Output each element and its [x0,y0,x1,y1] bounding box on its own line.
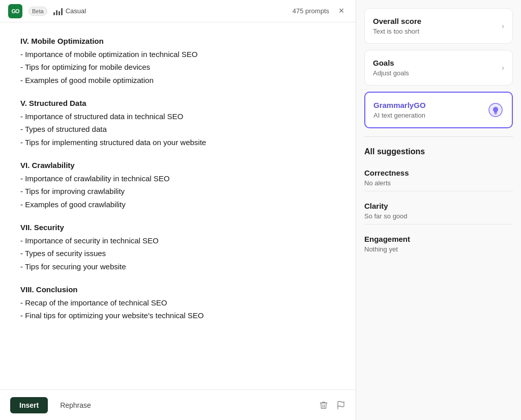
bar2 [56,10,57,15]
trash-icon [319,401,328,410]
goals-subtitle: Adjust goals [373,69,502,77]
grammarly-go-card[interactable]: GrammarlyGO AI text generation [364,92,513,128]
overall-score-chevron: › [502,22,504,30]
right-panel: Overall score Text is too short › Goals … [356,0,521,420]
clarity-value: So far so good [364,212,513,220]
section-vii-header: VII. Security [20,223,64,232]
bottom-bar: Insert Rephrase [0,389,356,420]
clarity-title: Clarity [364,202,513,210]
bar4 [61,8,63,15]
beta-badge: Beta [28,7,47,16]
tone-bars-icon [53,7,63,15]
go-logo: GO [8,4,22,18]
grammarly-go-title: GrammarlyGO [373,101,487,109]
correctness-section: Correctness No alerts [364,164,513,191]
section-vi: VI. Crawlability - Importance of crawlab… [20,159,335,211]
clarity-section: Clarity So far so good [364,198,513,225]
delete-button[interactable] [319,401,328,410]
go-logo-icon: GO [8,4,22,18]
section-viii: VIII. Conclusion - Recap of the importan… [20,283,335,322]
goals-chevron: › [502,64,504,72]
correctness-title: Correctness [364,169,513,177]
grammarly-go-subtitle: AI text generation [373,111,487,119]
bar3 [59,11,60,15]
rephrase-button[interactable]: Rephrase [54,397,97,413]
engagement-value: Nothing yet [364,245,513,253]
section-v-header: V. Structured Data [20,99,86,107]
prompts-count: 475 prompts [293,7,329,15]
close-button[interactable]: × [335,5,348,17]
content-text: IV. Mobile Optimization - Importance of … [20,35,335,322]
ai-bulb-icon [488,103,503,117]
goals-content: Goals Adjust goals [373,59,502,77]
engagement-section: Engagement Nothing yet [364,231,513,257]
insert-button[interactable]: Insert [10,397,48,413]
content-area: IV. Mobile Optimization - Importance of … [0,22,356,389]
section-vi-header: VI. Crawlability [20,161,75,170]
correctness-value: No alerts [364,179,513,187]
goals-title: Goals [373,59,502,67]
overall-score-card[interactable]: Overall score Text is too short › [364,8,513,44]
flag-button[interactable] [336,401,345,410]
bar1 [53,12,55,15]
section-v: V. Structured Data - Importance of struc… [20,97,335,149]
section-iv-header: IV. Mobile Optimization [20,37,104,45]
flag-icon [336,401,345,410]
overall-score-content: Overall score Text is too short [373,17,502,35]
section-iv: IV. Mobile Optimization - Importance of … [20,35,335,87]
ai-icon [487,102,504,118]
bottom-icons [319,401,345,410]
section-viii-header: VIII. Conclusion [20,285,78,294]
divider [364,136,513,137]
overall-score-title: Overall score [373,17,502,25]
svg-rect-3 [495,114,497,115]
tone-label: Casual [66,7,86,15]
section-vii: VII. Security - Importance of security i… [20,221,335,273]
all-suggestions-label: All suggestions [364,145,513,158]
grammarly-go-content: GrammarlyGO AI text generation [373,101,487,119]
engagement-title: Engagement [364,235,513,243]
left-panel: GO Beta Casual 475 prompts × IV. Mobile … [0,0,356,420]
overall-score-subtitle: Text is too short [373,27,502,35]
svg-rect-2 [494,113,497,114]
goals-card[interactable]: Goals Adjust goals › [364,50,513,86]
tone-selector[interactable]: Casual [53,7,86,15]
top-bar: GO Beta Casual 475 prompts × [0,0,356,22]
